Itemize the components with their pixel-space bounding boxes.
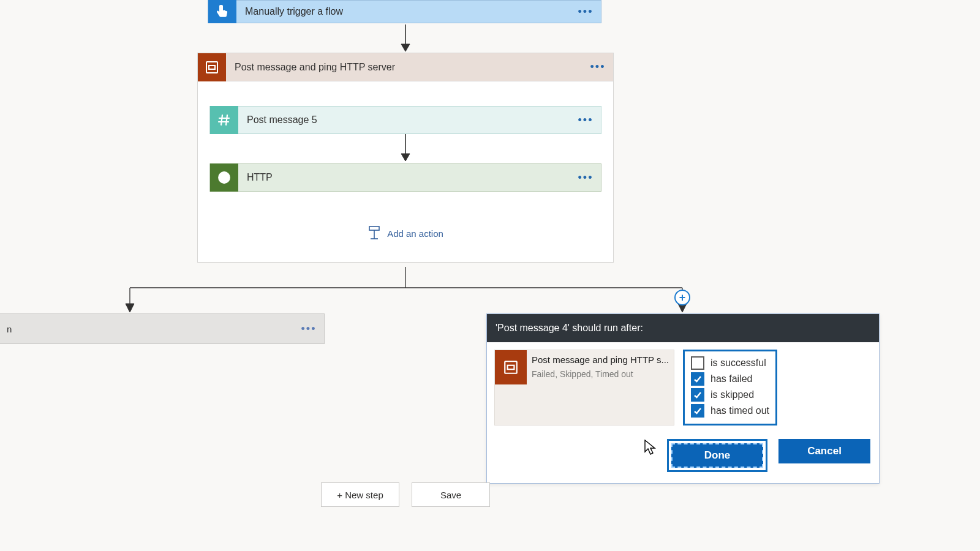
scope-title: Post message and ping HTTP server <box>226 62 582 73</box>
arrow-down-icon <box>399 134 412 163</box>
insert-icon <box>368 226 381 241</box>
run-after-conditions: is successful has failed is skipped has … <box>683 350 777 425</box>
condition-is-skipped[interactable]: is skipped <box>690 387 771 403</box>
add-action-link[interactable]: Add an action <box>368 226 443 241</box>
done-button[interactable]: Done <box>671 443 763 468</box>
post-message-card[interactable]: Post message 5 ••• <box>209 106 601 134</box>
condition-label: is skipped <box>710 389 754 400</box>
run-after-dialog: 'Post message 4' should run after: Post … <box>486 313 880 484</box>
svg-marker-1 <box>401 44 410 51</box>
condition-label: is successful <box>710 358 766 369</box>
condition-has-failed[interactable]: has failed <box>690 371 771 387</box>
done-button-highlight: Done <box>667 439 767 472</box>
condition-is-successful[interactable]: is successful <box>690 355 771 371</box>
checkbox-checked[interactable] <box>691 372 704 386</box>
run-after-header: 'Post message 4' should run after: <box>487 314 879 342</box>
scope-header[interactable]: Post message and ping HTTP server ••• <box>198 53 613 81</box>
left-branch-card[interactable]: n ••• <box>0 313 325 344</box>
hash-icon <box>210 106 238 134</box>
arrow-down-icon <box>399 24 412 54</box>
svg-rect-3 <box>209 66 215 69</box>
trigger-menu-icon[interactable]: ••• <box>570 6 601 18</box>
add-action-label: Add an action <box>387 228 443 239</box>
checkbox[interactable] <box>691 356 704 370</box>
checkbox-checked[interactable] <box>691 404 704 418</box>
scope-icon <box>495 350 527 384</box>
svg-marker-15 <box>126 304 134 312</box>
condition-label: has failed <box>710 373 753 384</box>
left-branch-title-tail: n <box>0 324 293 334</box>
left-branch-menu-icon[interactable]: ••• <box>293 323 324 335</box>
new-step-button[interactable]: + New step <box>321 482 399 507</box>
prev-step-title: Post message and ping HTTP s... <box>532 354 669 366</box>
add-step-plus-icon[interactable]: + <box>674 290 690 305</box>
http-title: HTTP <box>238 172 570 183</box>
branch-connector <box>123 267 692 315</box>
scope-menu-icon[interactable]: ••• <box>582 61 613 73</box>
condition-has-timed-out[interactable]: has timed out <box>690 403 771 419</box>
post-message-menu-icon[interactable]: ••• <box>570 114 601 127</box>
svg-rect-19 <box>508 365 514 370</box>
tap-icon <box>208 0 236 23</box>
svg-rect-18 <box>505 361 517 373</box>
http-menu-icon[interactable]: ••• <box>570 171 601 184</box>
scope-card: Post message and ping HTTP server ••• Po… <box>197 53 614 263</box>
svg-rect-2 <box>206 62 217 73</box>
globe-icon <box>210 163 238 192</box>
http-card[interactable]: HTTP ••• <box>209 163 601 192</box>
prev-step-card[interactable]: Post message and ping HTTP s... Failed, … <box>494 350 674 425</box>
checkbox-checked[interactable] <box>691 388 704 402</box>
post-message-title: Post message 5 <box>238 114 570 126</box>
trigger-title: Manually trigger a flow <box>236 6 570 17</box>
cancel-button[interactable]: Cancel <box>778 439 870 463</box>
svg-marker-5 <box>401 154 410 161</box>
save-button[interactable]: Save <box>412 482 490 507</box>
svg-rect-9 <box>369 227 379 230</box>
trigger-card[interactable]: Manually trigger a flow ••• <box>208 0 601 23</box>
scope-icon <box>198 53 226 81</box>
condition-label: has timed out <box>710 405 769 416</box>
prev-step-sub: Failed, Skipped, Timed out <box>532 369 669 380</box>
